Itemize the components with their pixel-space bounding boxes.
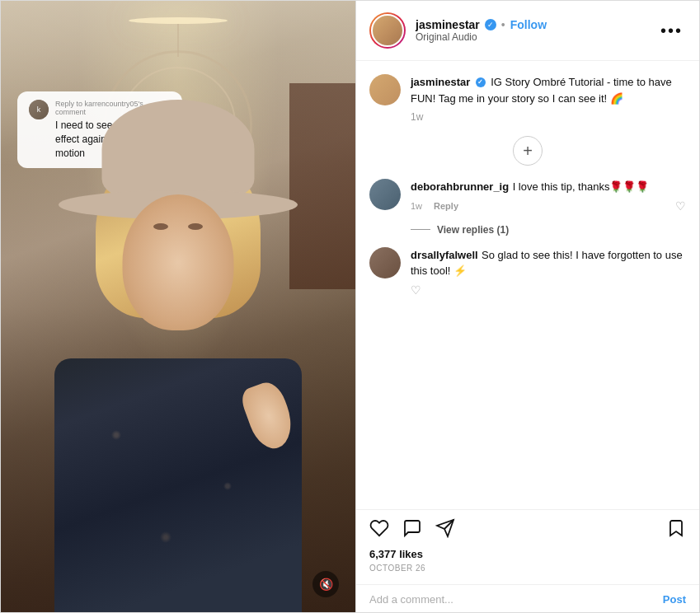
mute-icon: 🔇 bbox=[319, 578, 333, 591]
follow-button[interactable]: Follow bbox=[510, 18, 547, 31]
add-circle-button[interactable]: + bbox=[513, 136, 543, 166]
like-button[interactable] bbox=[369, 518, 389, 541]
video-panel: k Reply to karrencountry05's comment I n… bbox=[1, 1, 355, 613]
comment-1-meta: 1w Reply ♡ bbox=[411, 199, 686, 213]
comment-1-reply-button[interactable]: Reply bbox=[434, 201, 458, 211]
comment-1-time: 1w bbox=[411, 201, 422, 211]
add-comment-bar: Post bbox=[356, 584, 699, 613]
comment-bubble-avatar: k bbox=[29, 100, 49, 119]
heart-icon bbox=[369, 518, 389, 538]
likes-count: 6,377 likes bbox=[369, 548, 686, 560]
view-replies[interactable]: View replies (1) bbox=[411, 224, 686, 236]
caption-avatar-image bbox=[369, 74, 401, 105]
mute-button[interactable]: 🔇 bbox=[312, 571, 339, 597]
username-row: jasminestar ✓ • Follow bbox=[416, 18, 647, 31]
dot-separator: • bbox=[501, 18, 505, 31]
view-replies-text[interactable]: View replies (1) bbox=[437, 224, 509, 236]
header-username[interactable]: jasminestar bbox=[416, 18, 480, 31]
view-replies-line bbox=[411, 229, 430, 230]
post-content: jasminestar ✓ IG Story Ombré Tutorial - … bbox=[356, 61, 699, 509]
caption-avatar[interactable] bbox=[369, 74, 401, 105]
caption-body: jasminestar ✓ IG Story Ombré Tutorial - … bbox=[411, 74, 686, 123]
instagram-panel: jasminestar ✓ • Follow Original Audio ••… bbox=[355, 1, 699, 613]
comment-1-body: deborahbrunner_ig I love this tip, thank… bbox=[411, 179, 686, 213]
more-options-button[interactable]: ••• bbox=[657, 21, 686, 40]
comment-2-body: drsallyfalwell So glad to see this! I ha… bbox=[411, 247, 686, 297]
comment-1-like-icon[interactable]: ♡ bbox=[675, 199, 686, 213]
comment-1-username[interactable]: deborahbrunner_ig bbox=[411, 180, 509, 193]
comment-2-username[interactable]: drsallyfalwell bbox=[411, 249, 478, 261]
bookmark-icon bbox=[666, 518, 686, 538]
header-subtitle: Original Audio bbox=[416, 31, 647, 43]
post-caption: jasminestar ✓ IG Story Ombré Tutorial - … bbox=[369, 74, 686, 123]
header-info: jasminestar ✓ • Follow Original Audio bbox=[416, 18, 647, 43]
verified-badge-header: ✓ bbox=[485, 19, 496, 30]
comment-2-meta: ♡ bbox=[411, 283, 686, 297]
add-comment-circle-area: + bbox=[369, 136, 686, 166]
header-avatar-image bbox=[371, 14, 404, 47]
comment-2-like-icon[interactable]: ♡ bbox=[411, 283, 421, 297]
verified-badge-caption: ✓ bbox=[476, 77, 486, 87]
comment-icon bbox=[402, 518, 422, 538]
share-icon bbox=[435, 518, 455, 538]
comment-1-text: I love this tip, thanks🌹🌹🌹 bbox=[513, 180, 650, 193]
caption-verified-badge: ✓ bbox=[476, 77, 486, 87]
header-avatar-ring[interactable] bbox=[369, 12, 406, 49]
action-icons-row bbox=[369, 518, 686, 541]
share-button[interactable] bbox=[435, 518, 455, 541]
post-comment-button[interactable]: Post bbox=[663, 593, 686, 606]
add-comment-input[interactable] bbox=[369, 593, 655, 606]
caption-time: 1w bbox=[411, 111, 686, 123]
bookmark-button[interactable] bbox=[666, 518, 686, 541]
post-date: OCTOBER 26 bbox=[369, 564, 686, 573]
sally-avatar[interactable] bbox=[369, 247, 401, 278]
caption-username[interactable]: jasminestar bbox=[411, 76, 470, 88]
deborah-avatar[interactable] bbox=[369, 179, 401, 210]
actions-bar: 6,377 likes OCTOBER 26 bbox=[356, 509, 699, 584]
comment-item-2: drsallyfalwell So glad to see this! I ha… bbox=[369, 247, 686, 297]
comment-button[interactable] bbox=[402, 518, 422, 541]
comment-item-1: deborahbrunner_ig I love this tip, thank… bbox=[369, 179, 686, 213]
post-header: jasminestar ✓ • Follow Original Audio ••… bbox=[356, 1, 699, 61]
